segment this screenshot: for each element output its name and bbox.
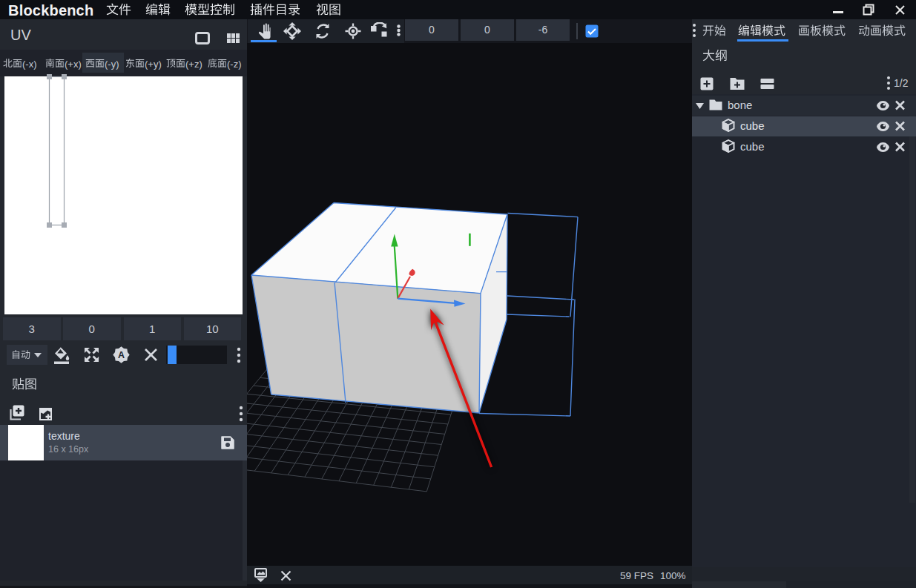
svg-text:A: A (118, 350, 125, 360)
